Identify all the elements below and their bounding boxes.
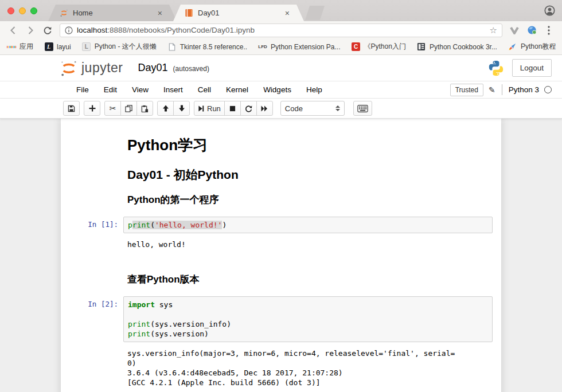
jupyter-logo-icon (60, 9, 68, 17)
move-cell-up-button[interactable] (157, 101, 174, 116)
code-input[interactable]: import sys print(sys.version_info)print(… (123, 296, 493, 342)
arrow-down-icon (178, 105, 185, 112)
letter-l-icon: L (82, 42, 91, 52)
input-prompt: In [1]: (69, 217, 123, 233)
menu-help[interactable]: Help (299, 85, 330, 94)
bookmark-apps[interactable]: 应用 (7, 42, 33, 52)
output-prompt (69, 238, 123, 250)
url-bar[interactable]: localhost:8888/notebooks/PythonCode/Day0… (60, 23, 502, 37)
profile-avatar-icon[interactable] (544, 5, 555, 16)
markdown-cell-version[interactable]: 查看Python版本 (61, 254, 501, 293)
python-logo-icon (487, 60, 505, 77)
close-tab-icon[interactable]: × (283, 9, 291, 18)
bookmark-cookbook[interactable]: Python Cookbook 3r... (417, 42, 497, 52)
extension-v-icon[interactable] (507, 23, 522, 38)
markdown-cell-title[interactable]: Python学习 Day01 - 初始Python Python的第一个程序 (61, 129, 501, 214)
menu-file[interactable]: File (69, 85, 96, 94)
save-button[interactable] (63, 101, 80, 116)
command-palette-button[interactable] (353, 101, 372, 116)
bookmark-star-icon[interactable]: ☆ (490, 26, 497, 34)
reload-icon[interactable] (40, 23, 55, 38)
output-area-2: sys.version_info(major=3, minor=6, micro… (61, 345, 501, 392)
restart-kernel-button[interactable] (240, 101, 257, 116)
bookmark-label: Python Cookbook 3r... (430, 43, 497, 51)
jupyter-logo-icon[interactable] (58, 58, 79, 78)
tab-day01[interactable]: Day01 × (173, 5, 304, 21)
menu-view[interactable]: View (124, 85, 156, 94)
cell-type-select[interactable]: Code (280, 101, 345, 116)
page-icon (167, 42, 177, 52)
paste-cell-button[interactable] (136, 101, 153, 116)
edit-title-pencil-icon[interactable]: ✎ (489, 85, 495, 95)
jupyter-toolbar: ✂ Run Code (0, 99, 562, 119)
bookmark-label: 《Python入门 (364, 42, 406, 52)
bookmark-python-blog[interactable]: L Python - 这个人很懒 (82, 42, 157, 52)
book-dark-icon (417, 42, 426, 52)
heading-first-program: Python的第一个程序 (127, 193, 489, 206)
forward-icon[interactable] (23, 23, 38, 38)
bookmark-label: Tkinter 8.5 reference.. (180, 43, 247, 51)
menu-cell[interactable]: Cell (190, 85, 218, 94)
notebook-book-icon (185, 9, 193, 17)
bookmark-label: layui (57, 43, 71, 51)
browser-toolbar: localhost:8888/notebooks/PythonCode/Day0… (0, 21, 562, 39)
extension-globe-icon[interactable] (524, 23, 539, 38)
bookmark-python-tutorial[interactable]: Python教程 (508, 42, 556, 52)
interrupt-kernel-button[interactable] (224, 101, 241, 116)
move-cell-down-button[interactable] (173, 101, 190, 116)
menu-insert[interactable]: Insert (156, 85, 190, 94)
layui-icon: L (44, 42, 53, 52)
bookmark-layui[interactable]: L layui (44, 42, 71, 52)
tab-title: Home (73, 9, 156, 17)
jupyter-wordmark[interactable]: jupyter (81, 60, 123, 76)
bookmark-python-extension[interactable]: LFD Python Extension Pa... (258, 42, 340, 52)
notebook-title[interactable]: Day01 (138, 62, 168, 74)
output-text: sys.version_info(major=3, minor=6, micro… (123, 347, 459, 389)
bookmark-label: Python - 这个人很懒 (95, 42, 157, 52)
cut-cell-button[interactable]: ✂ (104, 101, 121, 116)
bookmark-label: Python Extension Pa... (271, 43, 340, 51)
run-cell-button[interactable]: Run (194, 101, 225, 116)
output-prompt (69, 347, 123, 389)
close-window-button[interactable] (7, 7, 14, 14)
tab-title: Day01 (198, 9, 283, 17)
run-label: Run (207, 104, 221, 113)
macos-window-controls (7, 7, 37, 14)
apps-grid-icon (7, 42, 16, 52)
browser-tab-strip: Home × Day01 × (0, 0, 562, 21)
minimize-window-button[interactable] (19, 7, 26, 14)
arrow-up-icon (162, 105, 169, 112)
add-cell-button[interactable] (84, 101, 100, 116)
logout-button[interactable]: Logout (512, 59, 552, 77)
back-icon[interactable] (6, 23, 21, 38)
page-info-icon[interactable] (65, 26, 73, 34)
tab-home[interactable]: Home × (48, 5, 177, 21)
select-arrows-icon (335, 105, 340, 111)
new-tab-button[interactable] (305, 6, 325, 20)
menu-dots-icon[interactable] (541, 23, 556, 38)
fast-forward-icon (261, 105, 268, 112)
copy-cell-button[interactable] (120, 101, 137, 116)
code-cell-1[interactable]: In [1]: print('hello, world!') (61, 214, 501, 236)
code-cell-2[interactable]: In [2]: import sys print(sys.version_inf… (61, 293, 501, 345)
copy-icon (125, 105, 132, 112)
menu-widgets[interactable]: Widgets (256, 85, 299, 94)
zoom-window-button[interactable] (30, 7, 37, 14)
menu-kernel[interactable]: Kernel (218, 85, 256, 94)
menu-edit[interactable]: Edit (96, 85, 124, 94)
divider (502, 84, 502, 95)
jupyter-menubar: File Edit View Insert Cell Kernel Widget… (0, 81, 562, 99)
save-icon (68, 105, 75, 112)
trusted-button[interactable]: Trusted (450, 84, 483, 96)
notebook-scroll-area[interactable]: Python学习 Day01 - 初始Python Python的第一个程序 I… (0, 119, 562, 392)
lfd-text-icon: LFD (258, 42, 267, 52)
bookmark-tkinter[interactable]: Tkinter 8.5 reference.. (167, 42, 247, 52)
jupyter-header: jupyter Day01 (autosaved) Logout (0, 55, 562, 81)
notebook-page: Python学习 Day01 - 初始Python Python的第一个程序 I… (61, 119, 501, 392)
kernel-name: Python 3 (509, 85, 539, 94)
close-tab-icon[interactable]: × (156, 9, 164, 18)
keyboard-icon (357, 105, 368, 112)
code-input[interactable]: print('hello, world!') (123, 217, 493, 233)
bookmark-python-intro[interactable]: C 《Python入门 (352, 42, 406, 52)
restart-run-all-button[interactable] (256, 101, 273, 116)
